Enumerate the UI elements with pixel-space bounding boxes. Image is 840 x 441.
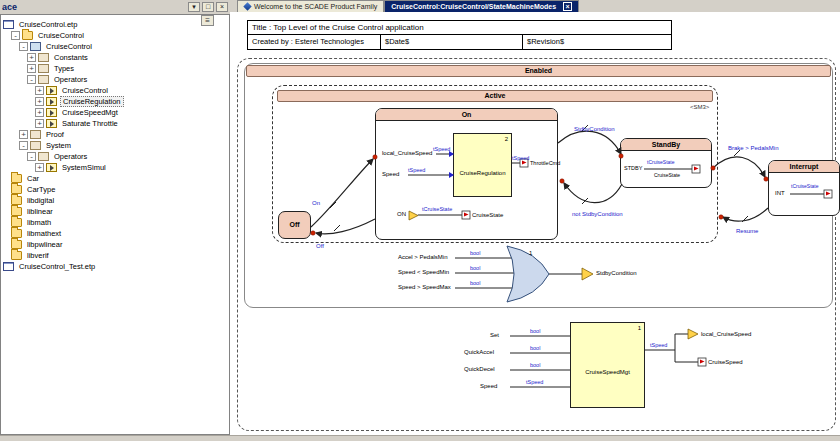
- expander-icon[interactable]: -: [27, 152, 36, 161]
- tree-item[interactable]: +Types: [1, 63, 229, 74]
- tree-item[interactable]: libdigital: [1, 195, 229, 206]
- folder-icon: [11, 207, 22, 216]
- folder-icon: [11, 185, 22, 194]
- tree-item[interactable]: +Saturate Throttle: [1, 118, 229, 129]
- transition-label-brake[interactable]: Brake > PedalsMin: [728, 145, 779, 151]
- or-gate-instance-number: 1: [529, 250, 532, 256]
- scade-window: ace ▾ □ × ≡ CruiseControl.etp -CruiseCon…: [0, 0, 840, 441]
- io-label-quickdecel: QuickDecel: [464, 366, 495, 372]
- tree-item-label: SystemSimul: [60, 163, 108, 172]
- tree-item[interactable]: +SystemSimul: [1, 162, 229, 173]
- expander-icon[interactable]: +: [35, 163, 44, 172]
- operator-icon: [46, 86, 57, 95]
- wire-type-bool: bool: [530, 362, 540, 368]
- io-label-throttlecmd: ThrottleCmd: [530, 160, 560, 166]
- io-label-stdbycondition-out: StdbyCondition: [596, 270, 637, 276]
- operator-icon: [46, 163, 57, 172]
- folder-icon: [11, 218, 22, 227]
- wire-type-bool: bool: [470, 280, 480, 286]
- wire-type-bool: bool: [530, 328, 540, 334]
- tree-item[interactable]: -CruiseControl: [1, 41, 229, 52]
- tree-item[interactable]: Car: [1, 173, 229, 184]
- state-off[interactable]: Off: [278, 211, 311, 239]
- operator-icon: [46, 108, 57, 117]
- tree-item[interactable]: +CruiseSpeedMgt: [1, 107, 229, 118]
- title-block: Title : Top Level of the Cruise Control …: [247, 20, 672, 50]
- tree-item[interactable]: -CruiseControl: [1, 30, 229, 41]
- tree-item-label: System: [44, 141, 73, 150]
- tree-item[interactable]: libverif: [1, 250, 229, 261]
- tree-item-label: libmathext: [25, 229, 63, 238]
- expander-icon[interactable]: +: [19, 130, 28, 139]
- transition-label-not-stdbycondition[interactable]: not StdbyCondition: [572, 211, 623, 217]
- tree-item[interactable]: liblinear: [1, 206, 229, 217]
- project-icon: [3, 262, 14, 271]
- tree-item[interactable]: -Operators: [1, 151, 229, 162]
- expander-icon[interactable]: -: [19, 42, 28, 51]
- expander-icon[interactable]: +: [35, 119, 44, 128]
- io-label-stdby-const: STDBY: [624, 165, 642, 171]
- block-instance-number: 2: [505, 136, 508, 142]
- tree-item[interactable]: CruiseControl.etp: [1, 19, 229, 30]
- tree-item-label: CruiseControl: [60, 86, 110, 95]
- expander-icon[interactable]: -: [27, 75, 36, 84]
- expander-icon[interactable]: +: [27, 64, 36, 73]
- transition-label-on[interactable]: On: [312, 200, 320, 206]
- tree-item[interactable]: CruiseControl_Test.etp: [1, 261, 229, 272]
- tab-close-icon[interactable]: ×: [563, 2, 572, 11]
- expander-icon[interactable]: +: [27, 53, 36, 62]
- expander-icon[interactable]: +: [35, 97, 44, 106]
- close-icon[interactable]: ×: [216, 2, 228, 12]
- expander-icon[interactable]: +: [35, 108, 44, 117]
- package-icon: [38, 64, 49, 73]
- io-label-speed-gt-speedmax: Speed > SpeedMax: [398, 284, 451, 290]
- pin-icon[interactable]: ▾: [188, 2, 200, 12]
- tree-item-label: liblinear: [25, 207, 55, 216]
- document-tab-bar: Welcome to the SCADE Product Family Crui…: [230, 0, 840, 12]
- wire-type-bool: bool: [530, 345, 540, 351]
- tree-item-label: CruiseControl: [44, 42, 94, 51]
- project-icon: [3, 20, 14, 29]
- io-label-cruisespeed-out: CruiseSpeed: [708, 359, 743, 365]
- operator-icon: [46, 97, 57, 106]
- package-icon: [30, 130, 41, 139]
- tree-item-label: CruiseControl.etp: [17, 20, 79, 29]
- wire-type-tspeed: tSpeed: [526, 379, 543, 385]
- tree-item[interactable]: CarType: [1, 184, 229, 195]
- title-block-date: $Date$: [381, 35, 523, 49]
- tree-item-label: CarType: [25, 185, 57, 194]
- expander-icon[interactable]: -: [19, 141, 28, 150]
- block-cruise-regulation[interactable]: 2 CruiseRegulation: [453, 133, 512, 197]
- diagram-canvas[interactable]: Title : Top Level of the Cruise Control …: [230, 12, 840, 435]
- tree-item-label: Car: [25, 174, 41, 183]
- tree-item[interactable]: +Proof: [1, 129, 229, 140]
- tree-item-label: libpwlinear: [25, 240, 64, 249]
- block-instance-number: 1: [638, 325, 641, 331]
- expander-icon[interactable]: -: [11, 31, 20, 40]
- transition-label-resume[interactable]: Resume: [736, 228, 758, 234]
- block-name: CruiseSpeedMgt: [571, 369, 644, 375]
- expander-icon[interactable]: +: [35, 86, 44, 95]
- wire-type-tspeed: tSpeed: [433, 146, 450, 152]
- block-cruise-speed-mgt[interactable]: 1 CruiseSpeedMgt: [570, 322, 645, 408]
- tree-item-selected[interactable]: +CruiseRegulation: [1, 96, 229, 107]
- tree-item[interactable]: -System: [1, 140, 229, 151]
- operator-icon: [46, 119, 57, 128]
- folder-icon: [11, 251, 22, 260]
- tree-item[interactable]: -Operators: [1, 74, 229, 85]
- tree-item[interactable]: libmath: [1, 217, 229, 228]
- tree-item[interactable]: libpwlinear: [1, 239, 229, 250]
- tree-item[interactable]: +CruiseControl: [1, 85, 229, 96]
- panel-menu-button[interactable]: ≡: [201, 15, 214, 26]
- io-label-set: Set: [490, 332, 499, 338]
- transition-label-off[interactable]: Off: [316, 243, 324, 249]
- tree-item-label: Types: [52, 64, 76, 73]
- tree-item[interactable]: +Constants: [1, 52, 229, 63]
- tab-welcome[interactable]: Welcome to the SCADE Product Family: [237, 0, 384, 12]
- tree-item[interactable]: libmathext: [1, 228, 229, 239]
- io-label-accel-gt-pedalsmin: Accel > PedalsMin: [398, 254, 448, 260]
- tab-statemachinemodes[interactable]: CruiseControl:CruiseControl/StateMachine…: [384, 0, 579, 12]
- transition-label-stdbycondition[interactable]: StdbyCondition: [574, 126, 615, 132]
- restore-icon[interactable]: □: [202, 2, 214, 12]
- tab-welcome-label: Welcome to the SCADE Product Family: [254, 3, 377, 10]
